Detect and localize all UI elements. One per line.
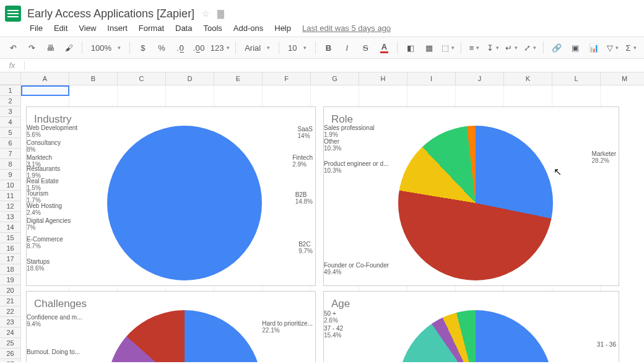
menu-bar: File Edit View Insert Format Data Tools … — [0, 24, 644, 37]
h-align-button[interactable]: ≡ — [466, 40, 482, 56]
menu-insert[interactable]: Insert — [107, 24, 128, 33]
font-select[interactable]: Arial — [241, 40, 274, 55]
wrap-button[interactable]: ↵ — [503, 40, 520, 56]
row-header[interactable]: 2 — [0, 96, 20, 106]
merge-button[interactable]: ⬚ — [440, 40, 456, 56]
row-header[interactable]: 19 — [0, 275, 20, 285]
menu-addons[interactable]: Add-ons — [233, 24, 263, 33]
menu-data[interactable]: Data — [175, 24, 192, 33]
column-header[interactable]: K — [504, 72, 552, 85]
menu-file[interactable]: File — [30, 24, 43, 33]
row-header[interactable]: 6 — [0, 138, 20, 149]
format-percent-button[interactable]: % — [154, 40, 170, 56]
column-header[interactable]: C — [118, 72, 166, 85]
pie-chart — [398, 126, 553, 280]
row-header[interactable]: 13 — [0, 212, 20, 222]
slice-label: Burnout. Doing to... — [27, 349, 80, 355]
chart-role[interactable]: Role Sales professional1.9% Other10.3% P… — [323, 106, 619, 286]
column-header[interactable]: G — [311, 72, 359, 85]
row-header[interactable]: 26 — [0, 349, 20, 359]
filter-button[interactable]: ▽ — [604, 40, 620, 56]
row-header[interactable]: 11 — [0, 191, 20, 201]
pie-chart — [398, 310, 553, 362]
row-header[interactable]: 20 — [0, 285, 20, 296]
zoom-select[interactable]: 100% — [87, 40, 124, 55]
row-header[interactable]: 15 — [0, 233, 20, 243]
slice-label: B2B14.8% — [295, 191, 313, 205]
strike-button[interactable]: S — [357, 40, 373, 56]
borders-button[interactable]: ▦ — [421, 40, 437, 56]
folder-icon[interactable]: ▇ — [217, 9, 224, 19]
last-edit-link[interactable]: Last edit was 5 days ago — [302, 24, 391, 33]
increase-decimal-button[interactable]: .0̲0 — [191, 40, 207, 56]
italic-button[interactable]: I — [339, 40, 355, 56]
spreadsheet: ABCDEFGHIJKLM 12345678910111213141516171… — [0, 72, 644, 362]
row-header[interactable]: 17 — [0, 254, 20, 264]
decrease-decimal-button[interactable]: .0̲ — [172, 40, 188, 56]
row-header[interactable]: 4 — [0, 117, 20, 128]
row-header[interactable]: 16 — [0, 243, 20, 254]
menu-format[interactable]: Format — [139, 24, 164, 33]
column-header[interactable]: L — [552, 72, 601, 85]
row-header[interactable]: 5 — [0, 128, 20, 138]
menu-help[interactable]: Help — [274, 24, 291, 33]
column-header[interactable]: B — [69, 72, 118, 85]
bold-button[interactable]: B — [320, 40, 336, 56]
column-header[interactable]: I — [407, 72, 456, 85]
undo-button[interactable]: ↶ — [5, 40, 21, 56]
cell-grid[interactable]: Industry Web Development5.6% Consultancy… — [21, 85, 644, 362]
row-header[interactable]: 3 — [0, 106, 20, 117]
column-header[interactable]: J — [456, 72, 504, 85]
row-header[interactable]: 8 — [0, 159, 20, 170]
font-size-select[interactable]: 10 — [284, 40, 310, 55]
menu-tools[interactable]: Tools — [203, 24, 222, 33]
column-header[interactable]: H — [359, 72, 407, 85]
document-title[interactable]: Early Access Applications [Zapier] — [27, 7, 194, 20]
row-header[interactable]: 21 — [0, 296, 20, 306]
chart-challenges[interactable]: Challenges Confidence and m...9.4% Burno… — [26, 291, 316, 362]
redo-button[interactable]: ↷ — [24, 40, 40, 56]
column-header[interactable]: A — [21, 72, 69, 85]
row-header[interactable]: 22 — [0, 306, 20, 317]
rotate-button[interactable]: ⤢ — [522, 40, 538, 56]
paint-format-button[interactable]: 🖌 — [61, 40, 77, 56]
menu-view[interactable]: View — [79, 24, 96, 33]
functions-button[interactable]: Σ — [623, 40, 639, 56]
row-header[interactable]: 12 — [0, 201, 20, 212]
fill-color-button[interactable]: ◧ — [402, 40, 419, 56]
title-bar: Early Access Applications [Zapier] ☆ ▇ — [0, 0, 644, 24]
slice-label: Other10.3% — [324, 138, 341, 152]
select-all-corner[interactable] — [0, 72, 21, 85]
column-header[interactable]: E — [214, 72, 263, 85]
toolbar: ↶ ↷ 🖶 🖌 100% $ % .0̲ .0̲0 123 Arial 10 B… — [0, 37, 644, 59]
chart-button[interactable]: 📊 — [586, 40, 602, 56]
row-header[interactable]: 7 — [0, 149, 20, 159]
row-header[interactable]: 10 — [0, 180, 20, 191]
text-color-button[interactable]: A — [376, 40, 392, 56]
star-icon[interactable]: ☆ — [202, 9, 210, 19]
v-align-button[interactable]: ↧ — [485, 40, 501, 56]
row-header[interactable]: 27 — [0, 359, 20, 362]
row-header[interactable]: 14 — [0, 222, 20, 233]
chart-industry[interactable]: Industry Web Development5.6% Consultancy… — [26, 106, 316, 286]
column-header[interactable]: F — [263, 72, 311, 85]
row-header[interactable]: 25 — [0, 338, 20, 349]
print-button[interactable]: 🖶 — [42, 40, 58, 56]
pie-chart — [107, 310, 262, 362]
more-formats-button[interactable]: 123 — [209, 40, 230, 56]
menu-edit[interactable]: Edit — [54, 24, 67, 33]
format-currency-button[interactable]: $ — [135, 40, 151, 56]
separator — [82, 41, 82, 54]
row-header[interactable]: 24 — [0, 327, 20, 338]
chart-age[interactable]: Age 50 +2.6% 37 - 4215.4% 31 - 36 — [323, 291, 619, 362]
link-button[interactable]: 🔗 — [549, 40, 565, 56]
row-header[interactable]: 9 — [0, 170, 20, 180]
row-header[interactable]: 23 — [0, 317, 20, 327]
comment-button[interactable]: ▣ — [567, 40, 583, 56]
column-header[interactable]: D — [166, 72, 214, 85]
slice-label: Fintech2.9% — [292, 154, 313, 168]
row-header[interactable]: 18 — [0, 264, 20, 275]
column-header[interactable]: M — [601, 72, 644, 85]
row-header[interactable]: 1 — [0, 85, 20, 96]
fx-icon: fx — [0, 61, 25, 70]
